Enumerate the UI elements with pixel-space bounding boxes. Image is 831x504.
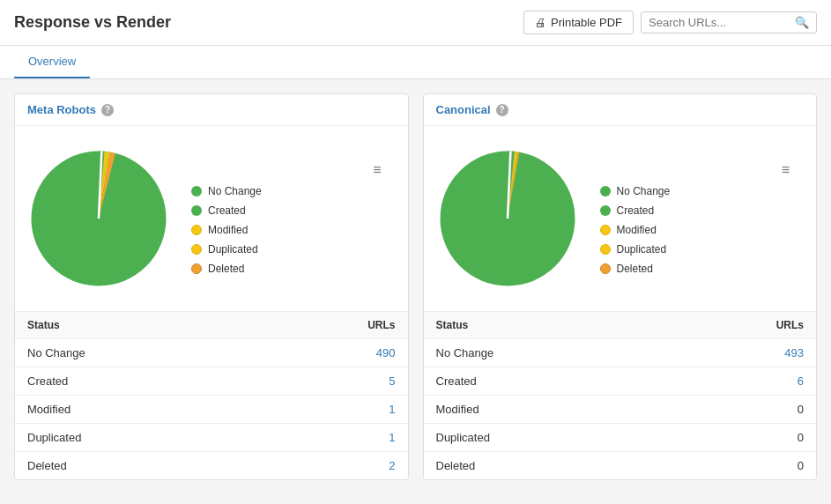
table-row: Duplicated 1: [15, 424, 408, 452]
row-label: Modified: [436, 403, 479, 416]
legend-no-change-label: No Change: [617, 185, 671, 197]
table-row: Duplicated 0: [424, 424, 817, 452]
urls-col-header: URLs: [776, 319, 804, 331]
tab-overview[interactable]: Overview: [14, 46, 90, 78]
table-row: Modified 1: [15, 396, 408, 424]
legend-item-created: Created: [191, 204, 382, 217]
legend-item-no-change: No Change: [600, 185, 790, 197]
urls-col-header: URLs: [367, 319, 395, 331]
row-label: Created: [27, 374, 68, 388]
legend-duplicated-label: Duplicated: [208, 243, 258, 256]
deleted-dot: [191, 263, 202, 274]
modified-dot: [600, 225, 611, 235]
duplicated-dot: [600, 244, 611, 255]
canonical-pie-svg: [433, 144, 582, 293]
canonical-card: Canonical ? ≡: [423, 93, 818, 480]
legend-created-label: Created: [617, 204, 655, 217]
legend-duplicated-label: Duplicated: [617, 243, 667, 256]
header-actions: 🖨 Printable PDF 🔍: [523, 11, 817, 34]
legend-item-deleted: Deleted: [191, 263, 382, 275]
row-value: 0: [798, 431, 804, 444]
table-row: Modified 0: [424, 396, 817, 424]
table-row: No Change 490: [15, 339, 408, 367]
canonical-card-header: Canonical ?: [424, 94, 817, 126]
meta-robots-card: Meta Robots ?: [14, 93, 409, 480]
row-label: Deleted: [27, 459, 67, 472]
row-label: Deleted: [436, 459, 476, 472]
canonical-legend: No Change Created Modified Duplicated: [600, 185, 790, 275]
page-title: Response vs Render: [14, 13, 171, 32]
print-icon: 🖨: [535, 16, 546, 29]
legend-no-change-label: No Change: [208, 185, 262, 197]
canonical-chart-area: ≡ No Change Created Modified: [424, 126, 817, 311]
meta-robots-help-icon[interactable]: ?: [101, 104, 114, 116]
row-value[interactable]: 493: [784, 346, 804, 359]
row-label: Modified: [27, 403, 70, 416]
duplicated-dot: [191, 244, 202, 255]
meta-robots-pie-chart: [24, 144, 174, 293]
table-row: Deleted 2: [15, 452, 408, 479]
meta-robots-table: Status URLs No Change 490 Created 5 Modi…: [15, 311, 408, 479]
row-value[interactable]: 5: [389, 374, 395, 388]
canonical-table: Status URLs No Change 493 Created 6 Modi…: [424, 311, 817, 479]
row-label: Duplicated: [436, 431, 490, 444]
table-row: Created 6: [424, 367, 817, 396]
legend-deleted-label: Deleted: [617, 263, 653, 275]
meta-robots-card-header: Meta Robots ?: [15, 94, 408, 126]
row-value[interactable]: 490: [376, 346, 396, 359]
row-value: 0: [798, 403, 804, 416]
status-col-header: Status: [27, 319, 60, 331]
legend-item-deleted: Deleted: [600, 263, 790, 275]
legend-modified-label: Modified: [208, 224, 248, 236]
search-input[interactable]: [649, 16, 790, 29]
content-area: Meta Robots ?: [0, 79, 831, 494]
row-label: No Change: [27, 346, 85, 359]
legend-deleted-label: Deleted: [208, 263, 244, 275]
legend-item-duplicated: Duplicated: [191, 243, 382, 256]
search-container: 🔍: [641, 11, 817, 33]
row-value: 0: [798, 459, 804, 472]
legend-item-created: Created: [600, 204, 790, 217]
search-icon: 🔍: [795, 16, 809, 29]
row-value[interactable]: 6: [798, 374, 804, 388]
legend-item-modified: Modified: [191, 224, 382, 236]
meta-robots-chart-area: ≡ No Change Created Modified: [15, 126, 408, 311]
meta-robots-menu-icon[interactable]: ≡: [373, 162, 381, 178]
row-value[interactable]: 1: [389, 431, 395, 444]
no-change-dot: [600, 186, 611, 196]
created-dot: [191, 205, 202, 216]
canonical-pie-chart: [433, 144, 582, 293]
printable-pdf-button[interactable]: 🖨 Printable PDF: [523, 11, 634, 34]
canonical-table-header: Status URLs: [424, 312, 817, 339]
legend-created-label: Created: [208, 204, 246, 217]
status-col-header: Status: [436, 319, 469, 331]
canonical-menu-icon[interactable]: ≡: [782, 162, 790, 178]
row-label: Created: [436, 374, 477, 388]
meta-robots-table-header: Status URLs: [15, 312, 408, 339]
meta-robots-legend: No Change Created Modified Duplicated: [191, 185, 382, 275]
no-change-dot: [191, 186, 202, 196]
row-value[interactable]: 1: [389, 403, 395, 416]
table-row: Created 5: [15, 367, 408, 396]
tabs-bar: Overview: [0, 46, 831, 79]
legend-item-no-change: No Change: [191, 185, 382, 197]
legend-modified-label: Modified: [617, 224, 657, 236]
created-dot: [600, 205, 611, 216]
table-row: Deleted 0: [424, 452, 817, 479]
legend-item-duplicated: Duplicated: [600, 243, 790, 256]
row-value[interactable]: 2: [389, 459, 395, 472]
modified-dot: [191, 225, 202, 235]
printable-btn-label: Printable PDF: [551, 16, 622, 29]
canonical-title: Canonical: [436, 103, 491, 116]
header: Response vs Render 🖨 Printable PDF 🔍: [0, 0, 831, 46]
row-label: No Change: [436, 346, 494, 359]
row-label: Duplicated: [27, 431, 81, 444]
legend-item-modified: Modified: [600, 224, 790, 236]
meta-robots-pie-svg: [24, 144, 174, 293]
meta-robots-title: Meta Robots: [27, 103, 96, 116]
deleted-dot: [600, 263, 611, 274]
table-row: No Change 493: [424, 339, 817, 367]
canonical-help-icon[interactable]: ?: [496, 104, 508, 116]
